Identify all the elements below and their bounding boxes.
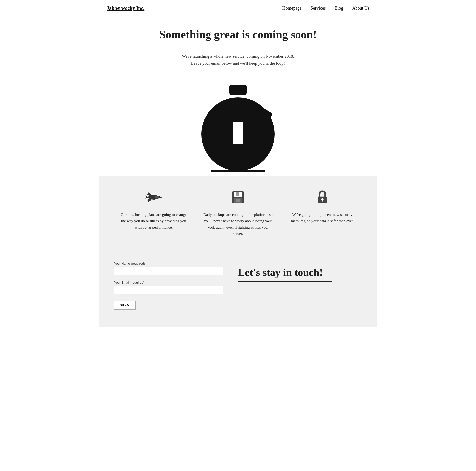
logo[interactable]: Jabberwocky Inc. [107, 5, 144, 11]
lock-icon [288, 189, 357, 206]
stopwatch-icon [198, 82, 278, 174]
nav-homepage[interactable]: Homepage [282, 6, 302, 11]
cta-title: Let's stay in touch! [238, 266, 362, 278]
hero-section: Something great is coming soon! We're la… [99, 16, 377, 75]
save-icon [203, 189, 273, 206]
svg-rect-3 [233, 122, 243, 144]
hero-divider [169, 45, 307, 45]
svg-rect-18 [322, 199, 323, 202]
jet-icon [119, 189, 188, 206]
feature-backup-text: Daily backups are coming to the platform… [203, 211, 273, 237]
contact-section: Your Name (required) Your Email (require… [99, 252, 377, 327]
name-input[interactable] [114, 267, 223, 275]
svg-rect-13 [236, 192, 239, 196]
email-input[interactable] [114, 286, 223, 294]
feature-hosting: Our new hosting plans are going to chang… [119, 189, 188, 231]
send-button[interactable]: SEND [114, 301, 136, 310]
email-label: Your Email (required) [114, 281, 223, 284]
features-section: Our new hosting plans are going to chang… [99, 176, 377, 252]
name-form-group: Your Name (required) [114, 262, 223, 275]
feature-hosting-text: Our new hosting plans are going to chang… [119, 211, 188, 231]
feature-security-text: We're going to implement new security me… [288, 211, 357, 224]
feature-backup: Daily backups are coming to the platform… [203, 189, 273, 237]
svg-rect-15 [236, 199, 240, 202]
contact-form: Your Name (required) Your Email (require… [114, 262, 223, 310]
nav-about-us[interactable]: About Us [352, 6, 369, 11]
nav-services[interactable]: Services [310, 6, 326, 11]
stopwatch-illustration [99, 75, 377, 176]
nav-links: Homepage Services Blog About Us [282, 6, 369, 11]
hero-title: Something great is coming soon! [104, 28, 372, 41]
contact-cta: Let's stay in touch! [238, 262, 362, 282]
svg-marker-9 [145, 195, 148, 199]
navbar: Jabberwocky Inc. Homepage Services Blog … [99, 0, 377, 16]
svg-point-10 [155, 196, 159, 199]
feature-security: We're going to implement new security me… [288, 189, 357, 224]
cta-divider [238, 281, 332, 282]
email-form-group: Your Email (required) [114, 281, 223, 294]
svg-rect-0 [229, 85, 247, 95]
svg-rect-4 [211, 170, 265, 172]
hero-subtitle: We're launching a whole new service, com… [178, 53, 298, 67]
nav-blog[interactable]: Blog [334, 6, 343, 11]
name-label: Your Name (required) [114, 262, 223, 265]
